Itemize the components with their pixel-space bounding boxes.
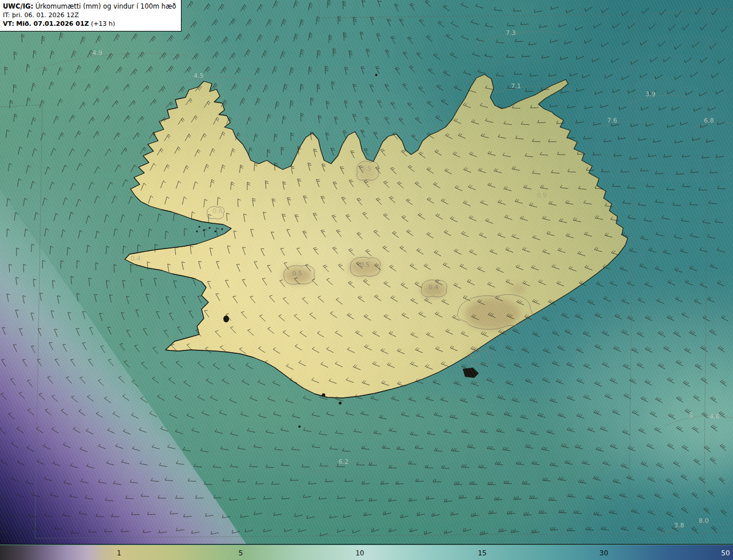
product-title: Úrkomumætti (mm) og vindur í 100m hæð <box>36 2 176 10</box>
weather-map: 4.94.57.37.13.97.66.80.50.90.60.40.50.50… <box>0 0 733 544</box>
field-value-label: 4.6 <box>710 413 720 420</box>
field-value-label: 8.0 <box>699 517 709 524</box>
weather-map-viewport: 4.94.57.37.13.97.66.80.50.90.60.40.50.50… <box>0 0 733 560</box>
colorbar-tick-label: 50 <box>721 550 730 557</box>
colorbar-gradient <box>0 545 733 560</box>
field-value-label: 0.5 <box>360 261 370 269</box>
field-value-label: 0.4 <box>428 283 439 291</box>
colorbar-tick-label: 10 <box>356 550 364 557</box>
field-value-label: 0.9 <box>537 192 547 199</box>
valid-time-line: VT: Mið. 07.01.2026 01Z (+13 h) <box>3 19 176 28</box>
field-value-label: 0.5 <box>292 270 302 277</box>
field-value-label: 4.9 <box>92 49 103 57</box>
field-value-label: 3.9 <box>645 90 656 98</box>
field-value-label: 0.5 <box>361 165 372 172</box>
forecast-info-panel: UWC/IG: Úrkomumætti (mm) og vindur í 100… <box>0 0 182 31</box>
field-value-label: 7.6 <box>607 117 617 124</box>
field-value-label: 3.8 <box>674 522 684 529</box>
init-time-label: IT: <box>3 11 10 19</box>
precip-colorbar: 1510153050 <box>0 544 733 560</box>
field-value-label: 6.2 <box>338 458 349 466</box>
field-value-label: 6.8 <box>704 117 714 124</box>
colorbar-tick-label: 1 <box>117 550 121 557</box>
field-value-label: 0.6 <box>212 207 223 215</box>
valid-time-label: VT: <box>3 20 14 27</box>
init-time-value: þri. 06. 01. 2026 12Z <box>12 11 79 19</box>
product-label: UWC/IG: <box>3 2 33 10</box>
colorbar-tick-label: 5 <box>239 550 243 557</box>
field-value-label: 5 <box>689 412 693 419</box>
field-value-label: 0.4 <box>131 255 141 262</box>
init-time-line: IT: þri. 06. 01. 2026 12Z <box>3 11 176 19</box>
field-value-label: 7.1 <box>511 82 521 90</box>
field-value-label: 7.3 <box>506 29 516 37</box>
valid-time-value: Mið. 07.01.2026 01Z <box>16 20 89 27</box>
field-value-label: 0.6 <box>470 353 480 360</box>
product-title-line: UWC/IG: Úrkomumætti (mm) og vindur í 100… <box>3 2 176 11</box>
colorbar-tick-label: 15 <box>478 550 486 557</box>
valid-time-offset: (+13 h) <box>91 20 115 27</box>
colorbar-tick-label: 30 <box>600 550 608 557</box>
field-value-label: 4.5 <box>194 72 204 80</box>
